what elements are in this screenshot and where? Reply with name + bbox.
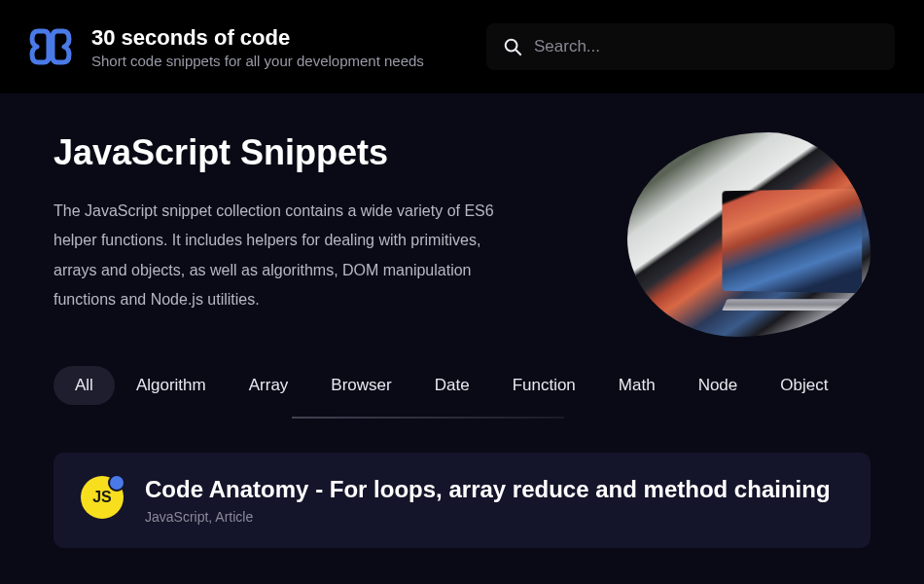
tab-algorithm[interactable]: Algorithm <box>115 366 228 405</box>
hero-section: JavaScript Snippets The JavaScript snipp… <box>0 93 924 366</box>
card-meta: JavaScript, Article <box>145 509 831 525</box>
tab-date[interactable]: Date <box>413 366 491 405</box>
tab-array[interactable]: Array <box>228 366 310 405</box>
hero-text: JavaScript Snippets The JavaScript snipp… <box>53 132 588 337</box>
snippet-card[interactable]: JS Code Anatomy - For loops, array reduc… <box>53 453 871 548</box>
tab-function[interactable]: Function <box>491 366 597 405</box>
page-title: JavaScript Snippets <box>53 132 588 173</box>
header: 30 seconds of code Short code snippets f… <box>0 0 924 93</box>
brand-title: 30 seconds of code <box>91 25 467 51</box>
card-title: Code Anatomy - For loops, array reduce a… <box>145 476 831 503</box>
js-icon: JS <box>81 476 124 519</box>
tab-math[interactable]: Math <box>597 366 677 405</box>
tab-object[interactable]: Object <box>759 366 849 405</box>
card-body: Code Anatomy - For loops, array reduce a… <box>145 476 831 525</box>
svg-line-1 <box>515 50 520 55</box>
tab-browser[interactable]: Browser <box>309 366 412 405</box>
brand-subtitle: Short code snippets for all your develop… <box>91 53 467 69</box>
hero-image <box>627 132 871 337</box>
tab-node[interactable]: Node <box>677 366 760 405</box>
search-icon <box>504 38 522 56</box>
tab-all[interactable]: All <box>53 366 115 405</box>
search-box[interactable] <box>486 23 895 70</box>
category-tabs: All Algorithm Array Browser Date Functio… <box>0 366 924 406</box>
search-input[interactable] <box>534 37 877 56</box>
page-description: The JavaScript snippet collection contai… <box>53 197 520 315</box>
brand: 30 seconds of code Short code snippets f… <box>91 25 467 69</box>
logo-icon <box>29 25 72 68</box>
